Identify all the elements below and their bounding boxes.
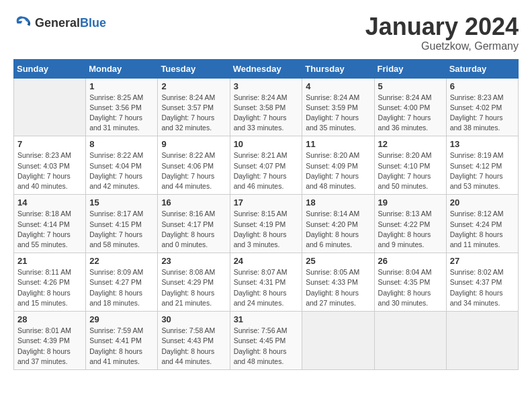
- day-number: 29: [89, 314, 154, 324]
- day-number: 1: [89, 81, 154, 91]
- table-row: 23 Sunrise: 8:08 AMSunset: 4:29 PMDaylig…: [158, 253, 230, 312]
- day-info: Sunrise: 8:16 AMSunset: 4:17 PMDaylight:…: [161, 209, 226, 250]
- day-info: Sunrise: 8:09 AMSunset: 4:27 PMDaylight:…: [89, 267, 154, 308]
- table-row: 8 Sunrise: 8:22 AMSunset: 4:04 PMDayligh…: [86, 136, 158, 195]
- table-row: 31 Sunrise: 7:56 AMSunset: 4:45 PMDaylig…: [230, 312, 302, 370]
- day-info: Sunrise: 8:12 AMSunset: 4:24 PMDaylight:…: [450, 209, 515, 250]
- table-row: 10 Sunrise: 8:21 AMSunset: 4:07 PMDaylig…: [230, 136, 302, 195]
- day-number: 22: [89, 256, 154, 266]
- table-row: 26 Sunrise: 8:04 AMSunset: 4:35 PMDaylig…: [374, 253, 446, 312]
- table-row: 30 Sunrise: 7:58 AMSunset: 4:43 PMDaylig…: [158, 312, 230, 370]
- col-thursday: Thursday: [302, 59, 374, 78]
- calendar-week-3: 21 Sunrise: 8:11 AMSunset: 4:26 PMDaylig…: [14, 253, 519, 312]
- day-info: Sunrise: 8:01 AMSunset: 4:39 PMDaylight:…: [17, 326, 82, 367]
- day-number: 5: [378, 81, 443, 91]
- day-info: Sunrise: 8:22 AMSunset: 4:06 PMDaylight:…: [161, 150, 226, 191]
- day-info: Sunrise: 8:05 AMSunset: 4:33 PMDaylight:…: [306, 267, 370, 308]
- day-number: 2: [161, 81, 226, 91]
- header: GeneralBlue January 2024 Guetzkow, Germa…: [13, 13, 519, 52]
- logo-text: GeneralBlue: [35, 16, 106, 30]
- table-row: 20 Sunrise: 8:12 AMSunset: 4:24 PMDaylig…: [446, 195, 518, 253]
- day-number: 24: [234, 256, 299, 266]
- col-saturday: Saturday: [446, 59, 518, 78]
- day-number: 30: [161, 314, 226, 324]
- table-row: 15 Sunrise: 8:17 AMSunset: 4:15 PMDaylig…: [86, 195, 158, 253]
- table-row: 21 Sunrise: 8:11 AMSunset: 4:26 PMDaylig…: [14, 253, 86, 312]
- day-number: 23: [161, 256, 226, 266]
- col-wednesday: Wednesday: [230, 59, 302, 78]
- day-number: 12: [378, 139, 443, 149]
- day-number: 25: [306, 256, 370, 266]
- table-row: 3 Sunrise: 8:24 AMSunset: 3:58 PMDayligh…: [230, 78, 302, 136]
- table-row: 27 Sunrise: 8:02 AMSunset: 4:37 PMDaylig…: [446, 253, 518, 312]
- day-info: Sunrise: 8:23 AMSunset: 4:03 PMDaylight:…: [17, 150, 82, 191]
- day-number: 16: [161, 197, 226, 208]
- table-row: 14 Sunrise: 8:18 AMSunset: 4:14 PMDaylig…: [14, 195, 86, 253]
- day-info: Sunrise: 8:20 AMSunset: 4:09 PMDaylight:…: [306, 150, 370, 191]
- table-row: 13 Sunrise: 8:19 AMSunset: 4:12 PMDaylig…: [446, 136, 518, 195]
- day-info: Sunrise: 8:20 AMSunset: 4:10 PMDaylight:…: [378, 150, 443, 191]
- col-monday: Monday: [86, 59, 158, 78]
- day-number: 14: [17, 197, 82, 208]
- table-row: 6 Sunrise: 8:23 AMSunset: 4:02 PMDayligh…: [446, 78, 518, 136]
- table-row: [446, 312, 518, 370]
- col-tuesday: Tuesday: [158, 59, 230, 78]
- day-info: Sunrise: 8:13 AMSunset: 4:22 PMDaylight:…: [378, 209, 443, 250]
- day-number: 27: [450, 256, 515, 266]
- day-info: Sunrise: 8:21 AMSunset: 4:07 PMDaylight:…: [234, 150, 299, 191]
- table-row: 5 Sunrise: 8:24 AMSunset: 4:00 PMDayligh…: [374, 78, 446, 136]
- table-row: 2 Sunrise: 8:24 AMSunset: 3:57 PMDayligh…: [158, 78, 230, 136]
- day-info: Sunrise: 8:04 AMSunset: 4:35 PMDaylight:…: [378, 267, 443, 308]
- table-row: 1 Sunrise: 8:25 AMSunset: 3:56 PMDayligh…: [86, 78, 158, 136]
- table-row: 29 Sunrise: 7:59 AMSunset: 4:41 PMDaylig…: [86, 312, 158, 370]
- logo-blue: Blue: [80, 16, 106, 30]
- table-row: 17 Sunrise: 8:15 AMSunset: 4:19 PMDaylig…: [230, 195, 302, 253]
- table-row: 18 Sunrise: 8:14 AMSunset: 4:20 PMDaylig…: [302, 195, 374, 253]
- logo: GeneralBlue: [13, 13, 106, 32]
- day-number: 4: [306, 81, 370, 91]
- table-row: 11 Sunrise: 8:20 AMSunset: 4:09 PMDaylig…: [302, 136, 374, 195]
- day-number: 7: [17, 139, 82, 149]
- logo-general: General: [35, 16, 80, 30]
- day-info: Sunrise: 8:14 AMSunset: 4:20 PMDaylight:…: [306, 209, 370, 250]
- day-number: 19: [378, 197, 443, 208]
- day-info: Sunrise: 7:58 AMSunset: 4:43 PMDaylight:…: [161, 326, 226, 367]
- header-row: Sunday Monday Tuesday Wednesday Thursday…: [14, 59, 519, 78]
- day-info: Sunrise: 8:24 AMSunset: 3:57 PMDaylight:…: [161, 93, 226, 134]
- day-number: 28: [17, 314, 82, 324]
- day-info: Sunrise: 8:25 AMSunset: 3:56 PMDaylight:…: [89, 93, 154, 134]
- calendar-week-2: 14 Sunrise: 8:18 AMSunset: 4:14 PMDaylig…: [14, 195, 519, 253]
- col-sunday: Sunday: [14, 59, 86, 78]
- table-row: 28 Sunrise: 8:01 AMSunset: 4:39 PMDaylig…: [14, 312, 86, 370]
- day-number: 17: [234, 197, 299, 208]
- day-info: Sunrise: 8:11 AMSunset: 4:26 PMDaylight:…: [17, 267, 82, 308]
- location-subtitle: Guetzkow, Germany: [365, 40, 519, 52]
- day-info: Sunrise: 8:24 AMSunset: 4:00 PMDaylight:…: [378, 93, 443, 134]
- day-number: 6: [450, 81, 515, 91]
- day-info: Sunrise: 7:59 AMSunset: 4:41 PMDaylight:…: [89, 326, 154, 367]
- table-row: 12 Sunrise: 8:20 AMSunset: 4:10 PMDaylig…: [374, 136, 446, 195]
- table-row: 7 Sunrise: 8:23 AMSunset: 4:03 PMDayligh…: [14, 136, 86, 195]
- day-number: 26: [378, 256, 443, 266]
- day-info: Sunrise: 8:22 AMSunset: 4:04 PMDaylight:…: [89, 150, 154, 191]
- day-number: 11: [306, 139, 370, 149]
- table-row: 24 Sunrise: 8:07 AMSunset: 4:31 PMDaylig…: [230, 253, 302, 312]
- day-number: 10: [234, 139, 299, 149]
- day-info: Sunrise: 8:19 AMSunset: 4:12 PMDaylight:…: [450, 150, 515, 191]
- col-friday: Friday: [374, 59, 446, 78]
- calendar-week-0: 1 Sunrise: 8:25 AMSunset: 3:56 PMDayligh…: [14, 78, 519, 136]
- day-number: 31: [234, 314, 299, 324]
- table-row: 19 Sunrise: 8:13 AMSunset: 4:22 PMDaylig…: [374, 195, 446, 253]
- calendar-week-4: 28 Sunrise: 8:01 AMSunset: 4:39 PMDaylig…: [14, 312, 519, 370]
- table-row: 4 Sunrise: 8:24 AMSunset: 3:59 PMDayligh…: [302, 78, 374, 136]
- table-row: 9 Sunrise: 8:22 AMSunset: 4:06 PMDayligh…: [158, 136, 230, 195]
- logo-icon: [13, 13, 32, 32]
- day-number: 15: [89, 197, 154, 208]
- day-number: 20: [450, 197, 515, 208]
- day-number: 3: [234, 81, 299, 91]
- day-info: Sunrise: 8:02 AMSunset: 4:37 PMDaylight:…: [450, 267, 515, 308]
- day-info: Sunrise: 8:18 AMSunset: 4:14 PMDaylight:…: [17, 209, 82, 250]
- table-row: [14, 78, 86, 136]
- calendar-week-1: 7 Sunrise: 8:23 AMSunset: 4:03 PMDayligh…: [14, 136, 519, 195]
- table-row: 16 Sunrise: 8:16 AMSunset: 4:17 PMDaylig…: [158, 195, 230, 253]
